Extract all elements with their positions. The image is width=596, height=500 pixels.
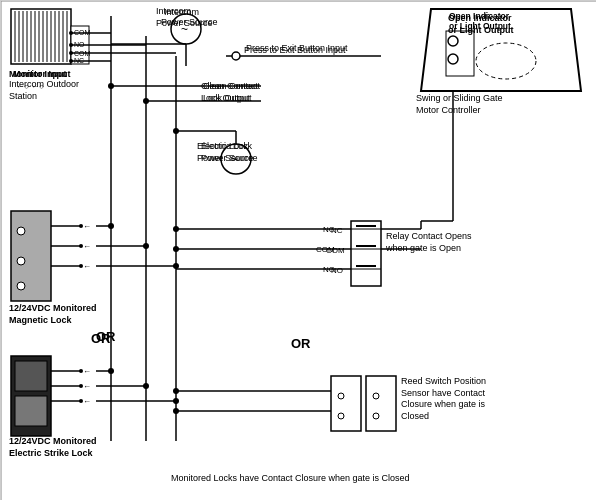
svg-point-117 (338, 393, 344, 399)
intercom-outdoor-label: Intercom Outdoor Station (9, 79, 79, 102)
svg-point-74 (143, 243, 149, 249)
svg-point-119 (373, 393, 379, 399)
svg-point-59 (17, 257, 25, 265)
wiring-diagram: COM NO COM NC Monitor Input ←○ ←○ ~ Inte… (0, 0, 596, 500)
electric-lock-power-label: Electric Lock Power Source (197, 141, 254, 164)
svg-point-48 (108, 83, 114, 89)
svg-point-60 (17, 282, 25, 290)
reed-switch-label: Reed Switch Position Sensor have Contact… (401, 376, 486, 423)
svg-point-124 (173, 408, 179, 414)
svg-text:←: ← (83, 222, 91, 231)
svg-rect-95 (351, 221, 381, 286)
svg-point-123 (173, 388, 179, 394)
intercom-power-label: Intercom Power Source (156, 6, 213, 29)
svg-point-33 (232, 52, 240, 60)
svg-point-73 (108, 223, 114, 229)
svg-text:←: ← (83, 262, 91, 271)
svg-text:←: ← (83, 382, 91, 391)
com-label1: COM (316, 245, 335, 255)
svg-point-112 (173, 246, 179, 252)
no-label1: NO (323, 265, 335, 275)
svg-point-120 (373, 413, 379, 419)
nc-label1: NC (323, 225, 335, 235)
svg-point-111 (173, 226, 179, 232)
svg-rect-116 (366, 376, 396, 431)
monitored-locks-label: Monitored Locks have Contact Closure whe… (171, 473, 410, 485)
svg-point-92 (108, 368, 114, 374)
or2-label: OR (291, 336, 311, 353)
relay-contact-label: Relay Contact Opens when gate is Open (386, 231, 472, 254)
svg-point-127 (448, 54, 458, 64)
svg-point-58 (17, 227, 25, 235)
svg-rect-115 (331, 376, 361, 431)
svg-rect-79 (15, 396, 47, 426)
svg-rect-78 (15, 361, 47, 391)
magnetic-lock-label: 12/24VDC Monitored Magnetic Lock (9, 303, 97, 326)
svg-point-94 (173, 398, 179, 404)
open-indicator-label: Open Indicator or Light Output (448, 13, 513, 36)
svg-text:←: ← (83, 397, 91, 406)
swing-gate-label: Swing or Sliding Gate Motor Controller (416, 93, 503, 116)
svg-point-49 (143, 98, 149, 104)
press-to-exit-label: Press to Exit Button Input (244, 45, 346, 57)
clean-contact-label: Clean Contact Lock Output (201, 81, 258, 104)
svg-text:←: ← (83, 242, 91, 251)
or1-label: OR (91, 331, 111, 348)
svg-point-75 (173, 263, 179, 269)
svg-text:←: ← (83, 367, 91, 376)
svg-point-56 (173, 128, 179, 134)
electric-strike-label: 12/24VDC Monitored Electric Strike Lock (9, 436, 97, 459)
svg-point-118 (338, 413, 344, 419)
svg-point-93 (143, 383, 149, 389)
svg-point-126 (448, 36, 458, 46)
